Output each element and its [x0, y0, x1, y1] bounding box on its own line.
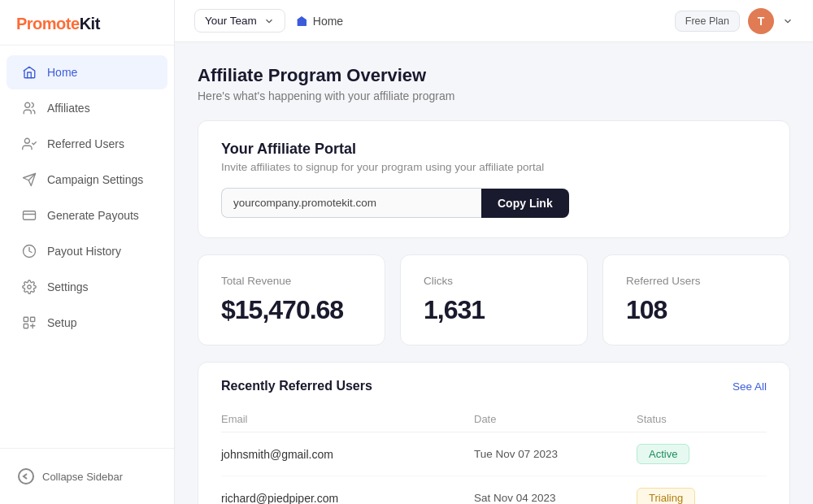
page-content: Affiliate Program Overview Here's what's…	[175, 42, 813, 504]
sidebar-item-setup[interactable]: Setup	[7, 306, 167, 340]
col-status: Status	[637, 413, 767, 425]
sidebar-item-generate-payouts-label: Generate Payouts	[47, 209, 139, 222]
svg-rect-2	[24, 211, 36, 220]
stat-card-clicks: Clicks 1,631	[400, 254, 588, 345]
svg-rect-8	[24, 324, 28, 328]
free-plan-badge: Free Plan	[675, 11, 740, 32]
sidebar-item-settings-label: Settings	[47, 280, 89, 293]
home-breadcrumb-icon	[295, 15, 308, 28]
sidebar-bottom: Collapse Sidebar	[0, 448, 174, 504]
row-1-status: Active	[637, 444, 767, 464]
sidebar-item-referred-users-label: Referred Users	[47, 137, 124, 150]
table-header: Email Date Status	[221, 406, 767, 432]
setup-icon	[21, 315, 37, 331]
row-2-status: Trialing	[637, 488, 767, 504]
gear-icon	[21, 279, 37, 295]
sidebar-item-campaign-settings[interactable]: Campaign Settings	[7, 163, 167, 197]
portal-card-title: Your Affiliate Portal	[221, 141, 767, 158]
sidebar-item-home-label: Home	[47, 66, 77, 79]
status-badge-trialing: Trialing	[637, 488, 695, 504]
sidebar-nav: Home Affiliates Referred Users Campaign …	[0, 46, 174, 448]
sidebar-item-affiliates[interactable]: Affiliates	[7, 91, 167, 125]
logo: PromoteKit	[16, 15, 100, 33]
megaphone-icon	[21, 172, 37, 188]
chevron-down-icon	[263, 15, 275, 27]
recent-header: Recently Referred Users See All	[221, 379, 767, 393]
users-icon	[21, 100, 37, 116]
sidebar-item-settings[interactable]: Settings	[7, 270, 167, 304]
svg-point-5	[28, 285, 32, 289]
svg-rect-7	[31, 317, 35, 321]
sidebar-item-payout-history[interactable]: Payout History	[7, 234, 167, 268]
sidebar-item-setup-label: Setup	[47, 316, 77, 329]
status-badge-active: Active	[637, 444, 689, 464]
stat-clicks-value: 1,631	[424, 295, 564, 325]
topbar-right: Free Plan T	[675, 8, 793, 34]
main-content: Your Team Home Free Plan T Affiliate Pro…	[175, 0, 813, 504]
sidebar-item-generate-payouts[interactable]: Generate Payouts	[7, 198, 167, 232]
sidebar-item-referred-users[interactable]: Referred Users	[7, 127, 167, 161]
link-row: Copy Link	[221, 188, 767, 218]
stats-row: Total Revenue $15,470.68 Clicks 1,631 Re…	[198, 254, 790, 345]
svg-point-1	[24, 138, 29, 143]
row-1-email: johnsmith@gmail.com	[221, 448, 474, 461]
stat-card-revenue: Total Revenue $15,470.68	[198, 254, 385, 345]
stat-revenue-label: Total Revenue	[221, 275, 362, 287]
recent-users-card: Recently Referred Users See All Email Da…	[198, 362, 790, 504]
stat-referred-label: Referred Users	[626, 275, 767, 287]
topbar: Your Team Home Free Plan T	[175, 0, 813, 42]
portal-card-description: Invite affiliates to signup for your pro…	[221, 161, 767, 173]
portal-card: Your Affiliate Portal Invite affiliates …	[198, 120, 790, 238]
recent-users-title: Recently Referred Users	[221, 379, 372, 393]
collapse-sidebar-button[interactable]: Collapse Sidebar	[8, 460, 166, 493]
col-date: Date	[474, 413, 637, 425]
stat-revenue-value: $15,470.68	[221, 295, 362, 325]
svg-point-0	[25, 102, 30, 107]
home-breadcrumb-label: Home	[313, 15, 343, 28]
stat-referred-value: 108	[626, 295, 767, 325]
sidebar-item-home[interactable]: Home	[7, 55, 167, 89]
sidebar: PromoteKit Home Affiliates Referred User…	[0, 0, 175, 504]
collapse-icon	[18, 468, 34, 484]
sidebar-item-payout-history-label: Payout History	[47, 245, 121, 258]
row-2-date: Sat Nov 04 2023	[474, 492, 637, 504]
avatar[interactable]: T	[748, 8, 774, 34]
sidebar-item-campaign-settings-label: Campaign Settings	[47, 173, 143, 186]
home-breadcrumb: Home	[295, 15, 343, 28]
home-icon	[21, 64, 37, 80]
svg-rect-6	[24, 317, 28, 321]
row-1-date: Tue Nov 07 2023	[474, 448, 637, 460]
sidebar-item-affiliates-label: Affiliates	[47, 102, 90, 115]
page-title: Affiliate Program Overview	[198, 65, 790, 86]
topbar-left: Your Team Home	[194, 9, 343, 33]
avatar-chevron-icon[interactable]	[782, 15, 793, 27]
affiliate-link-input[interactable]	[221, 188, 481, 218]
stat-clicks-label: Clicks	[424, 275, 564, 287]
copy-link-button[interactable]: Copy Link	[481, 189, 569, 218]
table-row: richard@piedpiper.com Sat Nov 04 2023 Tr…	[221, 476, 767, 504]
table-row: johnsmith@gmail.com Tue Nov 07 2023 Acti…	[221, 432, 767, 476]
team-selector[interactable]: Your Team	[194, 9, 285, 33]
row-2-email: richard@piedpiper.com	[221, 492, 474, 505]
page-subtitle: Here's what's happening with your affili…	[198, 89, 790, 102]
stat-card-referred: Referred Users 108	[602, 254, 790, 345]
collapse-sidebar-label: Collapse Sidebar	[42, 471, 123, 483]
team-name: Your Team	[205, 15, 257, 27]
dollar-icon	[21, 207, 37, 224]
clock-icon	[21, 243, 37, 259]
col-email: Email	[221, 413, 474, 425]
see-all-link[interactable]: See All	[733, 380, 767, 393]
user-check-icon	[21, 136, 37, 152]
logo-area: PromoteKit	[0, 0, 174, 46]
